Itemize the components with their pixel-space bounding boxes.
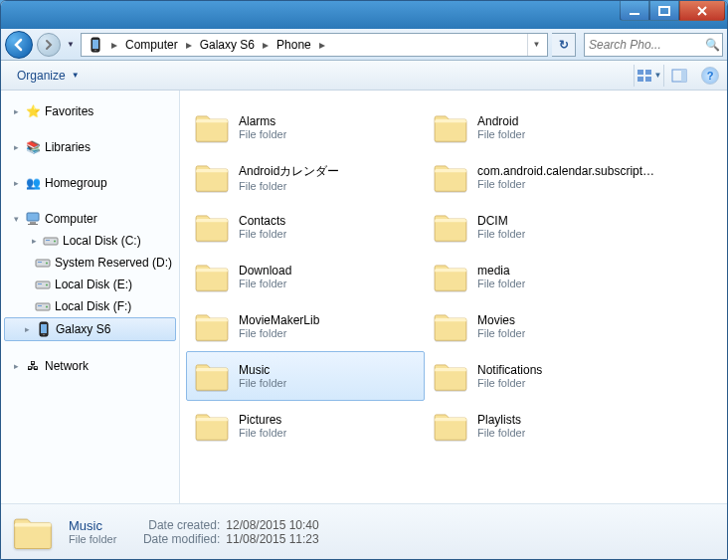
nav-local-disk-c[interactable]: Local Disk (C:) [1,230,179,252]
folder-item[interactable]: MoviesFile folder [425,301,663,351]
folder-type: File folder [477,278,525,289]
breadcrumb-arrow-icon[interactable]: ▸ [315,34,329,56]
folder-icon [193,158,231,196]
search-input[interactable] [585,38,702,52]
breadcrumb-phone[interactable]: Phone [273,36,315,54]
folder-icon [193,208,231,246]
folder-item[interactable]: MovieMakerLibFile folder [186,301,425,351]
folder-type: File folder [239,278,291,289]
organize-label: Organize [17,69,66,83]
drive-icon [43,233,59,249]
folder-type: File folder [239,427,286,439]
expand-icon[interactable] [11,178,21,188]
computer-icon [25,211,41,227]
folder-name: com.android.calendar.subscription.a [477,164,656,178]
folder-type: File folder [477,228,525,240]
nav-favorites[interactable]: ⭐ Favorites [1,100,179,122]
folder-icon [193,407,231,445]
breadcrumb-arrow-icon[interactable]: ▸ [259,34,273,56]
history-dropdown[interactable]: ▼ [65,32,77,58]
expand-icon[interactable] [29,236,39,246]
preview-pane-button[interactable] [663,65,693,87]
collapse-icon[interactable] [11,214,21,224]
folder-icon [432,208,469,246]
nav-bar: ▼ ▸ Computer ▸ Galaxy S6 ▸ Phone ▸ ▼ ↻ 🔍 [1,29,727,61]
location-icon [88,37,103,53]
folder-item[interactable]: ContactsFile folder [186,202,425,252]
minimize-button[interactable] [620,1,649,21]
search-box[interactable]: 🔍 [584,33,723,57]
created-label: Date created: [130,518,220,532]
star-icon: ⭐ [25,103,41,119]
nav-galaxy-s6[interactable]: Galaxy S6 [4,317,176,341]
folder-type: File folder [477,427,525,439]
folder-name: Download [239,264,291,278]
folder-type: File folder [239,228,286,240]
folder-item[interactable]: mediaFile folder [425,252,663,301]
folder-name: media [477,264,525,278]
drive-icon [35,298,51,314]
phone-icon [36,321,52,337]
breadcrumb-arrow-icon[interactable]: ▸ [182,34,196,56]
folder-name: Pictures [239,413,286,427]
folder-type: File folder [239,327,319,339]
forward-button[interactable] [37,33,61,57]
nav-homegroup[interactable]: 👥 Homegroup [1,172,179,194]
breadcrumb-arrow-icon[interactable]: ▸ [107,34,121,56]
folder-item[interactable]: com.android.calendar.subscription.aFile … [425,152,663,202]
folder-name: Alarms [239,114,286,128]
toolbar: Organize ▼ ▼ ? [1,61,727,91]
nav-libraries[interactable]: 📚 Libraries [1,136,179,158]
expand-icon[interactable] [11,361,21,371]
folder-name: DCIM [477,214,525,228]
nav-computer[interactable]: Computer [1,208,179,230]
folder-item[interactable]: PlaylistsFile folder [425,401,663,451]
folder-type: File folder [477,178,656,190]
organize-button[interactable]: Organize ▼ [9,66,88,86]
maximize-button[interactable] [649,1,679,21]
expand-icon[interactable] [11,142,21,152]
back-button[interactable] [5,31,33,59]
file-list[interactable]: AlarmsFile folderAndroidFile folderAndro… [180,91,727,503]
breadcrumb-galaxy-s6[interactable]: Galaxy S6 [196,36,259,54]
svg-rect-12 [645,70,651,75]
breadcrumb-computer[interactable]: Computer [121,36,182,54]
folder-item[interactable]: NotificationsFile folder [425,351,663,401]
expand-icon[interactable] [11,106,21,116]
folder-item[interactable]: AlarmsFile folder [186,102,425,152]
folder-icon [432,258,469,295]
folder-icon [193,108,231,146]
folder-name: Android [477,114,525,128]
view-mode-button[interactable]: ▼ [634,65,663,87]
folder-name: Playlists [477,413,525,427]
nav-local-disk-e[interactable]: Local Disk (E:) [1,274,179,295]
refresh-button[interactable]: ↻ [552,33,576,57]
folder-type: File folder [239,180,339,192]
folder-item[interactable]: MusicFile folder [186,351,425,401]
nav-local-disk-f[interactable]: Local Disk (F:) [1,295,179,317]
address-bar[interactable]: ▸ Computer ▸ Galaxy S6 ▸ Phone ▸ ▼ [81,33,548,57]
folder-item[interactable]: DownloadFile folder [186,252,425,301]
expand-icon[interactable] [22,324,32,334]
help-button[interactable]: ? [701,67,719,85]
search-icon[interactable]: 🔍 [702,38,722,52]
folder-name: MovieMakerLib [239,313,319,327]
folder-item[interactable]: AndroidFile folder [425,102,663,152]
address-dropdown[interactable]: ▼ [527,34,545,56]
folder-type: File folder [477,128,525,140]
folder-name: Notifications [477,363,542,377]
close-button[interactable] [679,1,725,21]
svg-rect-13 [637,77,643,82]
folder-item[interactable]: PicturesFile folder [186,401,425,451]
folder-icon [193,307,231,345]
folder-type: File folder [477,327,525,339]
titlebar[interactable] [1,1,727,29]
libraries-icon: 📚 [25,139,41,155]
details-pane: Music File folder Date created: 12/08/20… [1,503,727,559]
folder-icon [432,158,469,196]
folder-item[interactable]: AndroidカレンダーFile folder [186,152,425,202]
folder-item[interactable]: DCIMFile folder [425,202,663,252]
explorer-window: ▼ ▸ Computer ▸ Galaxy S6 ▸ Phone ▸ ▼ ↻ 🔍… [0,0,728,560]
nav-system-reserved[interactable]: System Reserved (D:) [1,252,179,274]
nav-network[interactable]: 🖧 Network [1,355,179,377]
